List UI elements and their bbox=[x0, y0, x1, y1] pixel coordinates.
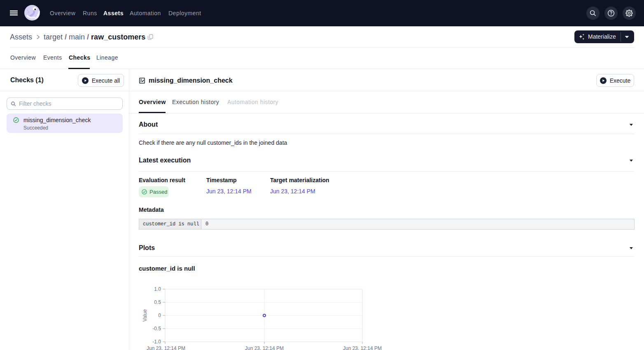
svg-text:0.5: 0.5 bbox=[154, 299, 161, 305]
svg-text:0: 0 bbox=[158, 313, 161, 318]
svg-text:Jun 23, 12:14 PM: Jun 23, 12:14 PM bbox=[343, 345, 382, 350]
svg-text:Jun 23, 12:14 PM: Jun 23, 12:14 PM bbox=[245, 345, 284, 350]
svg-text:1.0: 1.0 bbox=[154, 286, 161, 292]
svg-text:-1.0: -1.0 bbox=[152, 339, 161, 345]
svg-text:-0.5: -0.5 bbox=[152, 326, 161, 331]
svg-text:Value: Value bbox=[142, 309, 148, 322]
svg-text:Jun 23, 12:14 PM: Jun 23, 12:14 PM bbox=[147, 345, 185, 350]
